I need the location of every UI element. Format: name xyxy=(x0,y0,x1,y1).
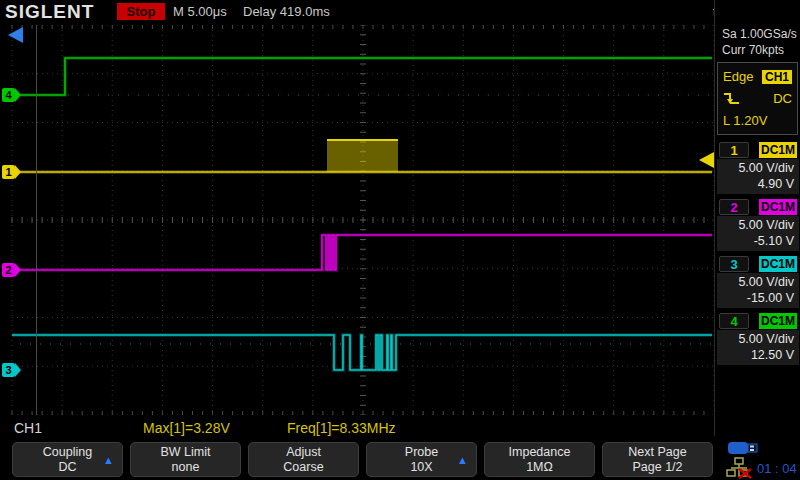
ch1-offset-marker[interactable]: 1 xyxy=(2,165,21,179)
delay-readout: Delay 419.0ms xyxy=(243,4,330,19)
sample-rate: Sa 1.00GSa/s xyxy=(722,27,797,41)
brand-logo: SIGLENT xyxy=(5,1,94,23)
softkey-impedance[interactable]: Impedance1MΩ xyxy=(484,442,595,477)
memory-depth: Curr 70kpts xyxy=(722,43,784,57)
ch4-panel[interactable]: 4 DC1M 5.00 V/div 12.50 V xyxy=(717,311,799,365)
ch4-coupling-badge: DC1M xyxy=(759,313,797,329)
ch4-scale: 5.00 V/div xyxy=(719,332,794,346)
ch4-offset: 12.50 V xyxy=(719,348,794,362)
horizontal-trigger-offscreen-icon[interactable] xyxy=(8,27,23,43)
ch1-panel[interactable]: 1 DC1M 5.00 V/div 4.90 V xyxy=(717,140,799,194)
ch3-scale: 5.00 V/div xyxy=(719,275,794,289)
ch3-offset-marker[interactable]: 3 xyxy=(2,363,21,377)
measure-freq: Freq[1]=8.33MHz xyxy=(287,420,396,436)
falling-edge-icon xyxy=(723,91,741,106)
usb-device-icon xyxy=(727,440,761,456)
ch2-panel[interactable]: 2 DC1M 5.00 V/div -5.10 V xyxy=(717,197,799,251)
ch2-scale: 5.00 V/div xyxy=(719,218,794,232)
trigger-coupling: DC xyxy=(773,91,792,106)
clock: 01 : 04 xyxy=(757,461,797,476)
ch3-number: 3 xyxy=(719,256,749,272)
ch4-offset-marker[interactable]: 4 xyxy=(2,88,21,102)
waveform-display xyxy=(0,25,714,415)
top-bar: SIGLENT Stop M 5.00μs Delay 419.0ms f = … xyxy=(0,0,800,24)
waveform-svg xyxy=(0,25,714,415)
trigger-type: Edge xyxy=(723,69,753,84)
ch1-number: 1 xyxy=(719,142,749,158)
ch2-number: 2 xyxy=(719,199,749,215)
ch2-offset: -5.10 V xyxy=(719,234,794,248)
ch1-coupling-badge: DC1M xyxy=(759,142,797,158)
trigger-source-badge[interactable]: CH1 xyxy=(762,70,792,84)
trigger-level-readout: L 1.20V xyxy=(723,113,767,128)
spin-arrow-icon: ▲ xyxy=(103,454,114,466)
measure-max: Max[1]=3.28V xyxy=(143,420,230,436)
measure-source-label: CH1 xyxy=(14,420,42,436)
ch3-coupling-badge: DC1M xyxy=(759,256,797,272)
softkey-coupling[interactable]: CouplingDC ▲ xyxy=(12,442,123,477)
timebase-readout: M 5.00μs xyxy=(173,4,227,19)
run-state-badge[interactable]: Stop xyxy=(117,3,165,20)
ch1-scale: 5.00 V/div xyxy=(719,161,794,175)
softkey-probe[interactable]: Probe10X ▲ xyxy=(366,442,477,477)
oscilloscope-screen: SIGLENT Stop M 5.00μs Delay 419.0ms f = … xyxy=(0,0,800,480)
trigger-level-marker[interactable] xyxy=(699,152,714,168)
ch3-offset: -15.00 V xyxy=(719,291,794,305)
softkey-next-page[interactable]: Next PagePage 1/2 xyxy=(602,442,713,477)
spin-arrow-icon: ▲ xyxy=(457,454,468,466)
trigger-panel[interactable]: Edge CH1 DC L 1.20V xyxy=(717,62,798,135)
delay-position-line xyxy=(36,25,37,415)
ch1-offset: 4.90 V xyxy=(719,177,794,191)
ch2-coupling-badge: DC1M xyxy=(759,199,797,215)
ch4-number: 4 xyxy=(719,313,749,329)
ch2-offset-marker[interactable]: 2 xyxy=(2,263,21,277)
lan-disconnected-icon xyxy=(726,457,756,479)
softkey-bw-limit[interactable]: BW Limitnone xyxy=(130,442,241,477)
ch3-panel[interactable]: 3 DC1M 5.00 V/div -15.00 V xyxy=(717,254,799,308)
softkey-adjust[interactable]: AdjustCoarse xyxy=(248,442,359,477)
